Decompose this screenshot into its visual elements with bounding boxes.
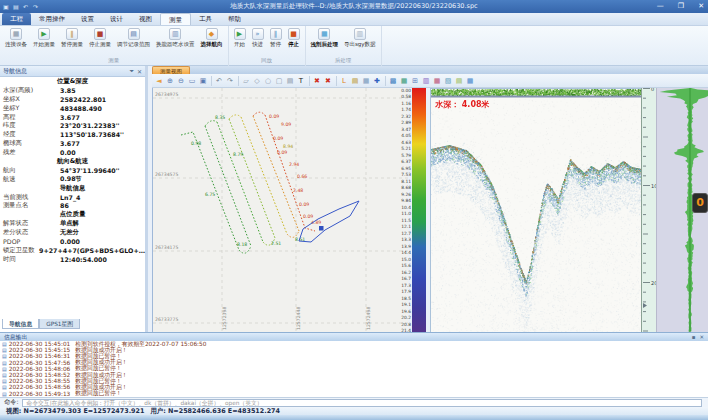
svg-text:17.3: 17.3 [401,283,411,288]
ribbon-button-开始[interactable]: ▶开始 [232,27,248,49]
view-tool-icon-10[interactable]: ◇ [252,76,262,86]
ribbon-button-停止测量[interactable]: ■停止测量 [87,27,113,49]
view-tool-icon-19[interactable]: L [339,76,349,86]
panel-tab-GPS1星图[interactable]: GPS1星图 [39,319,80,329]
output-close-icon[interactable]: ✕ [699,334,704,340]
panel-tab-导航信息[interactable]: 导航信息 [2,319,39,329]
nav-label: 高程 [0,113,60,122]
svg-text:8.79: 8.79 [233,152,243,157]
ribbon-button-开始测量[interactable]: ▶开始测量 [31,27,57,49]
ribbon-button-暂停[interactable]: ‖暂停 [268,27,284,49]
menu-tab-工程[interactable]: 工程 [2,13,31,25]
menu-tab-常用操作[interactable]: 常用操作 [31,13,73,25]
svg-text:19.6: 19.6 [401,309,411,314]
view-tool-icon-29[interactable]: ▧ [443,76,453,86]
view-tool-icon-11[interactable]: ○ [263,76,273,86]
nav-value: 0.00 [60,149,76,156]
svg-text:14.4: 14.4 [401,250,411,255]
close-button[interactable]: ✕ [698,0,704,13]
view-tool-icon-28[interactable]: ▦ [432,76,442,86]
menu-tab-测量[interactable]: 测量 [160,13,191,25]
log-timestamp: 2022-06-30 15:45:15 [9,347,71,353]
view-tool-icon-31[interactable]: ▦ [465,76,475,86]
output-pin-icon[interactable]: ▪ [692,334,696,340]
view-tool-icon-27[interactable]: ▥ [421,76,431,86]
menu-tab-视图[interactable]: 视图 [131,13,160,25]
nav-label: PDOP [0,238,60,245]
maximize-button[interactable]: ❐ [678,0,684,13]
view-tool-icon-16[interactable]: ✖ [312,76,322,86]
svg-text:26734975: 26734975 [155,92,178,97]
ribbon-button-停止[interactable]: ■停止 [286,27,302,49]
ribbon-button-选择航向[interactable]: ◆选择航向 [199,27,225,49]
view-tool-icon-4[interactable]: ▣ [198,76,208,86]
view-tool-icon-13[interactable]: ▤ [285,76,295,86]
view-tool-icon-26[interactable]: ⊞ [410,76,420,86]
app-icon: ▣ [3,3,10,10]
menu-tab-工具[interactable]: 工具 [191,13,220,25]
svg-text:0.98: 0.98 [191,141,201,146]
view-tool-icon-1[interactable]: ⊕ [165,76,175,86]
view-tool-icon-2[interactable]: ⊖ [176,76,186,86]
save-icon[interactable]: ▤ [13,3,20,10]
ribbon-button-换能器吃水设置[interactable]: ▥换能器吃水设置 [154,27,197,49]
view-tool-icon-20[interactable]: ▤ [350,76,360,86]
view-tool-icon-14[interactable]: T [296,76,306,86]
nav-label: 坐标Y [0,104,60,113]
view-tool-icon-25[interactable]: ▦ [399,76,409,86]
svg-text:20.2: 20.2 [401,315,411,320]
minimize-button[interactable]: — [657,0,664,13]
panel-pin-icon[interactable]: ⏷ [129,67,134,75]
view-tool-icon-9[interactable]: ▱ [241,76,251,86]
nav-value: 3.85 [60,87,76,94]
map-view[interactable]: 2673497526734575267341752673377512572398… [152,88,408,332]
ribbon-group-label: 回放 [232,57,302,66]
nav-label: 测量点名 [0,201,60,210]
view-toolbar: ◄⊕⊖▭▣↶↷▱◇○▢▤T✖✖L▤▦✚▩▦⊞▥▦▧▤▦ [152,74,708,88]
svg-text:0: 0 [651,88,654,92]
nav-row-航向: 航向54°37'11.99640'' [0,166,145,175]
view-tool-icon-7[interactable]: ↷ [225,76,235,86]
ribbon-button-导出sgy数据[interactable]: ▥导出sgy数据 [342,27,378,49]
undo-icon[interactable]: ↶ [23,3,30,10]
svg-text:12572498: 12572498 [366,307,371,330]
ribbon-button-连接设备[interactable]: ▦连接设备 [3,27,29,49]
redo-icon[interactable]: ↷ [33,3,40,10]
svg-text:2.48: 2.48 [293,188,303,193]
ribbon-button-暂停测量[interactable]: ‖暂停测量 [59,27,85,49]
ribbon-button-快进[interactable]: »快进 [250,27,266,49]
svg-text:20.8: 20.8 [401,322,411,327]
ribbon-button-调节记录范围[interactable]: ▤调节记录范围 [115,27,152,49]
view-tool-icon-21[interactable]: ▦ [361,76,371,86]
view-tool-icon-6[interactable]: ↶ [214,76,224,86]
nav-value: 单点解 [60,219,79,228]
svg-text:11.5: 11.5 [401,218,411,223]
menu-tab-设置[interactable]: 设置 [73,13,102,25]
view-tool-icon-17[interactable]: ✖ [323,76,333,86]
nav-section-header: 位置&深度 [0,77,145,86]
view-tool-icon-12[interactable]: ▢ [274,76,284,86]
svg-text:16.2: 16.2 [401,270,411,275]
svg-text:8.35: 8.35 [215,115,225,120]
view-tool-icon-30[interactable]: ▤ [454,76,464,86]
view-tool-icon-24[interactable]: ▩ [388,76,398,86]
ribbon-button-浅剖后处理[interactable]: ▦浅剖后处理 [309,27,341,49]
view-tool-icon-22[interactable]: ✚ [372,76,382,86]
depth-readout: 水深： 4.08米 [435,99,490,110]
ribbon-group-后处理: ▦浅剖后处理▥导出sgy数据后处理 [306,26,382,66]
nav-label: 锁定卫星数 [0,246,39,255]
tab-survey-view[interactable]: 测量视图 [152,66,190,74]
view-tool-icon-3[interactable]: ▭ [187,76,197,86]
svg-text:15.0: 15.0 [401,257,411,262]
application-window: ▣ ▤ ↶ ↷ 地质大队水深测量后处理软件--D:/地质大队水深测量数据/202… [0,0,708,420]
command-input[interactable]: 命令交互|在此输入命令例如：打开（中文）、dk（首拼）、dakai（全拼）、op… [22,399,702,407]
menu-tab-帮助[interactable]: 帮助 [220,13,249,25]
echogram-view[interactable] [430,88,642,334]
quick-access-toolbar: ▣ ▤ ↶ ↷ [3,3,40,10]
log-output-list[interactable]: ▤2022-06-30 15:45:01检测到软件授权，有效期至2022-07-… [0,341,708,397]
nav-value: 86 [60,202,69,209]
view-tool-icon-0[interactable]: ◄ [154,76,164,86]
panel-close-icon[interactable]: ✕ [137,68,142,75]
svg-text:12572398: 12572398 [222,307,227,330]
menu-tab-设计[interactable]: 设计 [102,13,131,25]
